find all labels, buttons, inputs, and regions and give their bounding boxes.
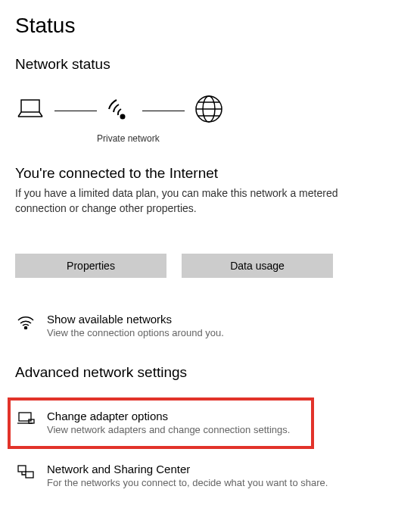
svg-rect-7: [18, 466, 26, 472]
wifi-small-icon: [17, 314, 35, 332]
change-adapter-link[interactable]: Change adapter options View network adap…: [15, 407, 306, 438]
svg-rect-8: [26, 472, 33, 478]
connected-heading: You're connected to the Internet: [15, 165, 405, 182]
network-status-heading: Network status: [15, 56, 405, 73]
sharing-icon: [17, 464, 35, 484]
svg-point-1: [121, 115, 125, 119]
show-available-networks-link[interactable]: Show available networks View the connect…: [15, 310, 405, 341]
highlight-box: Change adapter options View network adap…: [8, 397, 314, 449]
show-networks-title: Show available networks: [47, 313, 403, 326]
change-adapter-desc: View network adapters and change connect…: [47, 424, 305, 435]
laptop-icon: [15, 97, 45, 124]
button-row: Properties Data usage: [15, 254, 405, 278]
diagram-caption: Private network: [97, 133, 405, 144]
svg-rect-0: [21, 100, 39, 112]
change-adapter-title: Change adapter options: [47, 410, 305, 422]
wifi-icon: [106, 97, 133, 124]
globe-icon: [194, 94, 224, 127]
sharing-center-desc: For the networks you connect to, decide …: [47, 477, 403, 488]
advanced-settings-heading: Advanced network settings: [15, 364, 405, 381]
network-diagram: [15, 94, 405, 127]
show-networks-desc: View the connection options around you.: [47, 327, 403, 338]
properties-button[interactable]: Properties: [15, 254, 166, 278]
diagram-line: [54, 111, 97, 111]
connected-desc: If you have a limited data plan, you can…: [15, 186, 341, 216]
sharing-center-title: Network and Sharing Center: [47, 463, 403, 475]
network-sharing-center-link[interactable]: Network and Sharing Center For the netwo…: [15, 460, 405, 491]
diagram-line: [142, 111, 185, 111]
data-usage-button[interactable]: Data usage: [182, 254, 333, 278]
svg-point-4: [25, 327, 27, 329]
adapter-icon: [17, 411, 35, 429]
page-title: Status: [15, 14, 405, 38]
